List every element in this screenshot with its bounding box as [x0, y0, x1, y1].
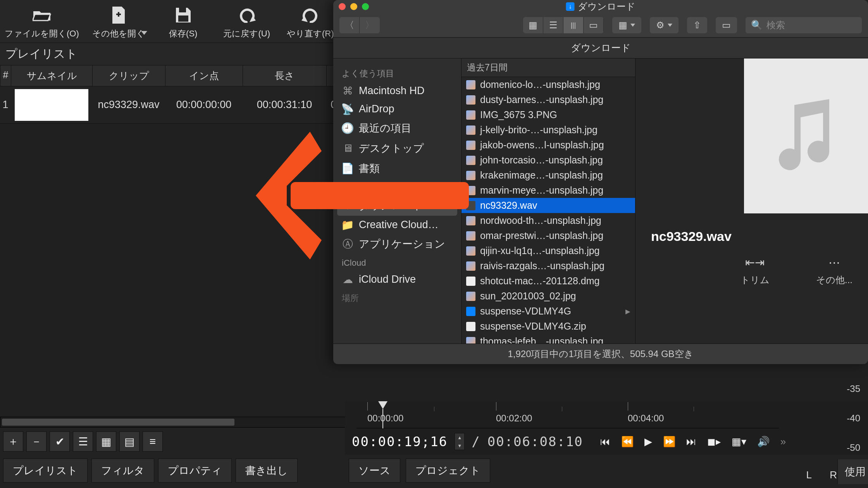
skip-start-icon[interactable]: ⏮ [600, 436, 610, 448]
redo-button[interactable]: やり直す(R) [285, 2, 336, 40]
row-thumbnail [11, 87, 92, 123]
list-view-button[interactable]: ☰ [73, 431, 93, 452]
ellipsis-icon: ⋯ [828, 256, 840, 269]
col-number[interactable]: # [0, 65, 11, 86]
file-item[interactable]: dusty-barnes…-unsplash.jpg [462, 92, 635, 107]
file-item[interactable]: raivis-razgals…-unsplash.jpg [462, 258, 635, 273]
rewind-icon[interactable]: ⏪ [621, 436, 634, 448]
share-button[interactable]: ⇧ [687, 17, 707, 33]
search-field[interactable]: 🔍 検索 [746, 17, 862, 33]
downloads-folder-icon: ↓ [566, 2, 575, 11]
grid-snap-icon[interactable]: ▦▾ [732, 436, 746, 448]
finder-titlebar[interactable]: ↓ ダウンロード [333, 0, 868, 13]
tab-playlist[interactable]: プレイリスト [3, 459, 88, 483]
trim-action[interactable]: ⇤⇥トリム [741, 256, 770, 286]
file-item[interactable]: j-kelly-brito-…-unsplash.jpg [462, 122, 635, 137]
sidebar-item[interactable]: 📁Creative Cloud… [337, 216, 457, 234]
sidebar-item[interactable]: ⌘Macintosh HD [337, 82, 457, 100]
sidebar-item-icloud-drive[interactable]: ☁iCloud Drive [337, 270, 457, 289]
use-button[interactable]: 使用 [837, 459, 868, 484]
file-item[interactable]: john-torcasio…-unsplash.jpg [462, 153, 635, 168]
column-view-button[interactable]: ⫼ [563, 17, 584, 33]
time-ruler[interactable]: 00:00:00 00:02:00 00:04:00 [356, 401, 779, 428]
file-item[interactable]: nc93329.wav [462, 198, 635, 213]
file-item[interactable]: IMG_3675 3.PNG [462, 107, 635, 122]
skip-end-icon[interactable]: ⏭ [686, 436, 696, 448]
file-item[interactable]: suspense-VDLMY4G [462, 304, 635, 319]
col-clip[interactable]: クリップ [93, 65, 165, 86]
ruler-tick: 00:04:00 [628, 413, 664, 424]
tab-source[interactable]: ソース [349, 459, 400, 483]
sidebar-item[interactable]: 🕘最近の項目 [337, 118, 457, 138]
file-item[interactable]: nordwood-th…-unsplash.jpg [462, 213, 635, 228]
timecode-position[interactable]: 00:00:19;16 [352, 434, 448, 449]
remove-button[interactable]: － [26, 431, 46, 452]
file-type-icon [466, 277, 475, 286]
sidebar-item[interactable]: 🖥デスクトップ [337, 138, 457, 158]
forward-button[interactable]: 〉 [360, 17, 380, 33]
timecode-stepper[interactable]: ▲▼ [455, 433, 465, 450]
open-file-label: ファイルを開く(O) [5, 28, 79, 40]
finder-window: ↓ ダウンロード 〈 〉 ▦ ☰ ⫼ ▭ ▦ ⚙ ⇧ ▭ 🔍 検索 ダウンロード… [333, 0, 868, 364]
open-file-button[interactable]: ファイルを開く(O) [5, 2, 79, 40]
fullscreen-window-button[interactable] [362, 3, 369, 10]
play-icon[interactable]: ▶ [644, 436, 652, 448]
action-button[interactable]: ⚙ [650, 17, 679, 33]
apply-button[interactable]: ✔ [50, 431, 70, 452]
close-window-button[interactable] [339, 3, 346, 10]
preview-thumbnail [744, 58, 868, 213]
redo-icon [301, 5, 319, 26]
tab-filter[interactable]: フィルタ [91, 459, 154, 483]
file-item[interactable]: suspense-VDLMY4G.zip [462, 319, 635, 334]
col-thumbnail[interactable]: サムネイル [11, 65, 93, 86]
row-clipname: nc93329.wav [92, 99, 165, 111]
file-item[interactable]: thomas-lefeb…-unsplash.jpg [462, 334, 635, 344]
tags-button[interactable]: ▭ [716, 17, 737, 33]
tab-property[interactable]: プロパティ [158, 459, 232, 483]
arrange-button[interactable]: ▦ [612, 17, 641, 33]
zoom-fit-icon[interactable]: ◼︎▸ [707, 436, 721, 448]
sidebar-item[interactable]: ⬇ダウンロード [337, 196, 457, 216]
timecode-sep: / [472, 434, 480, 449]
forward-icon[interactable]: ⏩ [663, 436, 675, 448]
grid-view-button[interactable]: ▦ [96, 431, 116, 452]
preview-actions: ⇤⇥トリム ⋯その他... [647, 256, 856, 286]
file-type-icon [466, 95, 475, 105]
open-other-button[interactable]: その他を開く [92, 2, 145, 40]
file-item[interactable]: krakenimage…-unsplash.jpg [462, 168, 635, 183]
add-button[interactable]: ＋ [3, 431, 23, 452]
file-item[interactable]: marvin-meye…-unsplash.jpg [462, 183, 635, 198]
file-item[interactable]: omar-prestwi…-unsplash.jpg [462, 228, 635, 243]
finder-statusbar: 1,920項目中の1項目を選択、505.94 GB空き [333, 344, 868, 364]
nav-buttons: 〈 〉 [339, 17, 380, 33]
file-item[interactable]: qijin-xu-lq1q…-unsplash.jpg [462, 243, 635, 258]
sidebar-item[interactable]: 📡AirDrop [337, 100, 457, 118]
tab-export[interactable]: 書き出し [236, 459, 298, 483]
detail-view-button[interactable]: ▤ [119, 431, 140, 452]
file-item[interactable]: sun_20201003_02.jpg [462, 289, 635, 304]
file-item[interactable]: jakob-owens…l-unsplash.jpg [462, 137, 635, 153]
other-action[interactable]: ⋯その他... [816, 256, 852, 286]
finder-body: よく使う項目 ⌘Macintosh HD📡AirDrop🕘最近の項目🖥デスクトッ… [333, 58, 868, 344]
sidebar-item[interactable]: 📄書類 [337, 158, 457, 179]
minimize-window-button[interactable] [350, 3, 357, 10]
tab-project[interactable]: プロジェクト [406, 459, 490, 483]
playhead-icon[interactable] [378, 401, 388, 409]
undo-button[interactable]: 元に戻す(U) [222, 2, 272, 40]
sidebar-item-icon: 📄 [342, 163, 353, 174]
sidebar-item-icon: 🖥 [342, 143, 353, 154]
col-duration[interactable]: 長さ [243, 65, 327, 86]
save-button[interactable]: 保存(S) [158, 2, 208, 40]
file-item[interactable]: shotcut-mac…-201128.dmg [462, 273, 635, 289]
file-type-icon [466, 171, 475, 180]
icon-view-button[interactable]: ▦ [523, 17, 543, 33]
gallery-view-button[interactable]: ▭ [584, 17, 604, 33]
back-button[interactable]: 〈 [339, 17, 360, 33]
sidebar-item[interactable]: Ⓐアプリケーション [337, 234, 457, 254]
volume-icon[interactable]: 🔊 [757, 436, 770, 448]
db-label: -35 [847, 383, 860, 394]
file-item[interactable]: domenico-lo…-unsplash.jpg [462, 77, 635, 92]
menu-button[interactable]: ≡ [143, 431, 163, 452]
list-view-button[interactable]: ☰ [543, 17, 563, 33]
col-in[interactable]: イン点 [165, 65, 243, 86]
